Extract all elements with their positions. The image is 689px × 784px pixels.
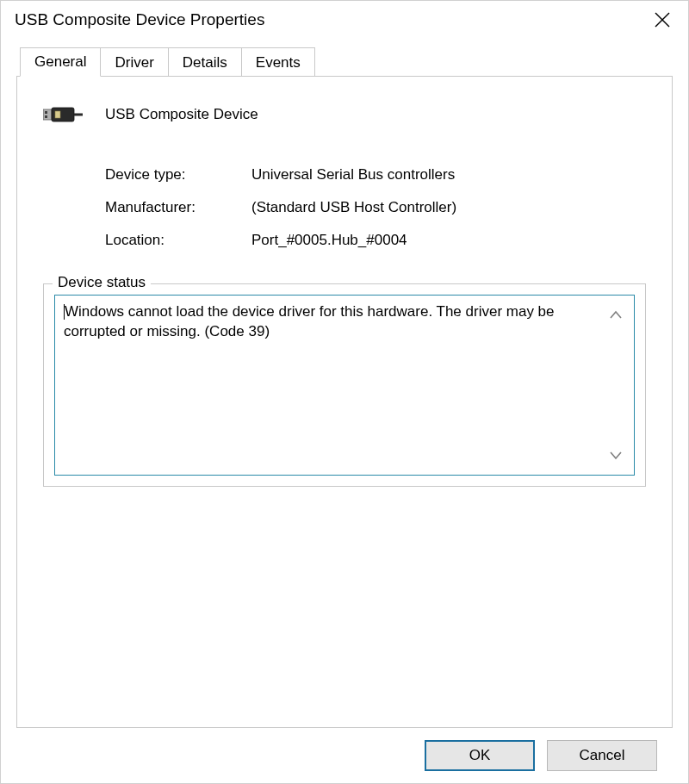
content-area: General Driver Details Events USB Comp xyxy=(1,39,688,783)
manufacturer-label: Manufacturer: xyxy=(105,199,251,216)
tab-driver[interactable]: Driver xyxy=(100,47,168,76)
close-button[interactable] xyxy=(649,6,676,34)
close-icon xyxy=(655,12,670,28)
manufacturer-value: (Standard USB Host Controller) xyxy=(251,199,646,216)
device-type-value: Universal Serial Bus controllers xyxy=(251,166,646,184)
svg-rect-3 xyxy=(45,111,47,114)
device-info-grid: Device type: Universal Serial Bus contro… xyxy=(105,166,646,249)
location-label: Location: xyxy=(105,232,251,249)
ok-button[interactable]: OK xyxy=(425,740,535,771)
tab-row: General Driver Details Events xyxy=(20,47,673,76)
svg-rect-4 xyxy=(45,115,47,118)
device-name: USB Composite Device xyxy=(105,106,258,123)
cancel-button[interactable]: Cancel xyxy=(547,740,657,771)
window-title: USB Composite Device Properties xyxy=(15,10,264,29)
location-value: Port_#0005.Hub_#0004 xyxy=(251,232,646,249)
device-header: USB Composite Device xyxy=(43,97,646,132)
tab-events[interactable]: Events xyxy=(241,47,315,76)
tab-details[interactable]: Details xyxy=(168,47,242,76)
device-type-label: Device type: xyxy=(105,166,251,184)
device-status-textbox[interactable]: Windows cannot load the device driver fo… xyxy=(54,295,635,476)
device-status-legend: Device status xyxy=(53,274,151,291)
tab-panel-general: USB Composite Device Device type: Univer… xyxy=(16,76,673,728)
tab-general[interactable]: General xyxy=(20,47,101,77)
svg-rect-6 xyxy=(55,111,60,118)
device-status-fieldset: Device status Windows cannot load the de… xyxy=(43,283,646,487)
device-status-text: Windows cannot load the device driver fo… xyxy=(64,302,606,468)
status-scrollbar[interactable] xyxy=(606,302,625,468)
dialog-button-row: OK Cancel xyxy=(16,728,673,771)
titlebar: USB Composite Device Properties xyxy=(1,1,688,39)
svg-rect-2 xyxy=(43,109,52,120)
scroll-down-icon[interactable] xyxy=(610,447,622,464)
usb-device-icon xyxy=(43,97,84,132)
device-status-message: Windows cannot load the device driver fo… xyxy=(64,303,555,339)
scroll-up-icon[interactable] xyxy=(610,306,622,323)
properties-window: USB Composite Device Properties General … xyxy=(0,0,689,784)
